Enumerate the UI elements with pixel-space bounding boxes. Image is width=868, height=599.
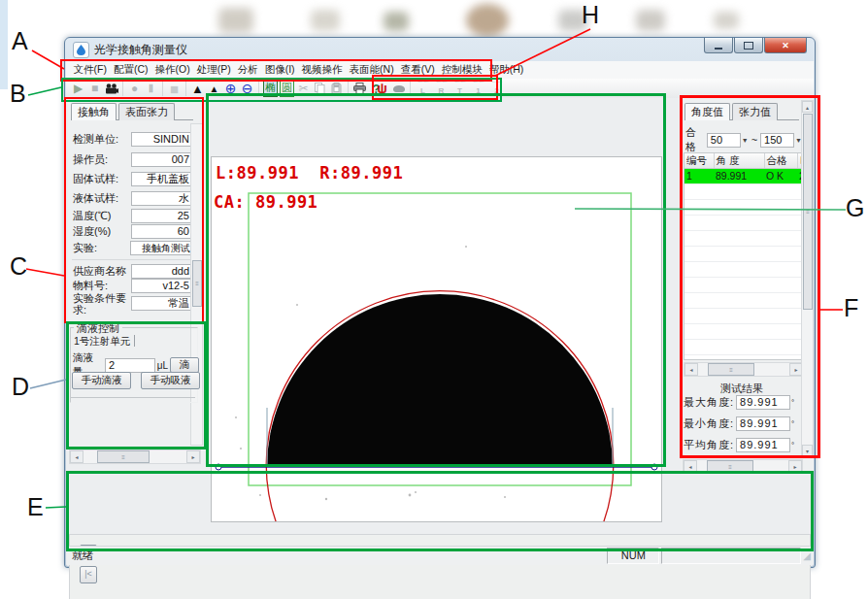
angle-one-tool[interactable]: ⌒⌒ 1	[470, 81, 486, 97]
minimize-button[interactable]	[704, 38, 733, 53]
material-no-field[interactable]: v12-5	[131, 279, 193, 293]
menu-help[interactable]: 帮助(H)	[485, 63, 527, 77]
table-header: 编号 角 度 合格 时	[684, 153, 803, 169]
play-button[interactable]: ▶	[71, 81, 85, 97]
table-row-empty	[684, 247, 803, 262]
degree-icon: °	[791, 419, 795, 428]
menu-control-module[interactable]: 控制模块	[438, 63, 485, 77]
stop-button[interactable]: ■	[87, 81, 102, 97]
status-bar: 就绪 NUM ◢	[67, 546, 813, 565]
zoom-in-icon[interactable]: ⊕	[223, 81, 238, 97]
solid-sample-field[interactable]: 手机盖板	[131, 172, 193, 186]
angle-left-tool[interactable]: ⌒⌒ L	[415, 81, 431, 97]
scroll-right-icon[interactable]: ▸	[186, 450, 200, 463]
max-angle-label: 最大角度:	[684, 395, 734, 410]
results-vscrollbar[interactable]: ▴ ≡ ▾	[801, 100, 814, 457]
record-button[interactable]: ●	[127, 81, 142, 97]
operator-field[interactable]: 007	[131, 152, 193, 167]
baseline-right-handle[interactable]	[651, 464, 657, 470]
menu-video[interactable]: 视频操作	[298, 63, 346, 77]
tab-surface-tension[interactable]: 表面张力	[118, 103, 175, 120]
step-back-button[interactable]: |<	[80, 566, 97, 583]
tab-angle-values[interactable]: 角度值	[684, 103, 730, 120]
menu-config[interactable]: 配置(C)	[110, 63, 151, 77]
temperature-field[interactable]: 25	[131, 209, 193, 223]
menu-process[interactable]: 处理(P)	[193, 63, 234, 77]
tab-contact-angle[interactable]: 接触角	[71, 103, 117, 120]
min-angle-row: 最小角度: 89.991 °	[684, 416, 795, 431]
injection-unit-tab[interactable]: 1号注射单元	[74, 335, 130, 349]
supplier-field[interactable]: ddd	[131, 264, 193, 279]
scroll-left-icon[interactable]: ◂	[684, 363, 698, 376]
drip-volume-input[interactable]: 2	[105, 358, 155, 373]
humidity-field[interactable]: 60	[131, 224, 193, 239]
desktop-edge	[0, 0, 8, 89]
maximize-button[interactable]	[734, 38, 763, 53]
manual-drip-button[interactable]: 手动滴液	[72, 372, 131, 389]
scrollbar-thumb[interactable]: ≡	[803, 114, 813, 310]
drip-control-title: 滴液控制	[74, 321, 122, 336]
menu-image[interactable]: 图像(I)	[261, 63, 298, 77]
scrollbar-thumb[interactable]: ≡	[708, 363, 754, 376]
tab-tension-values[interactable]: 张力值	[732, 103, 778, 120]
menu-surface-energy[interactable]: 表面能(N)	[346, 63, 397, 77]
scrollbar-thumb[interactable]: ≡	[192, 260, 202, 307]
scroll-up-icon[interactable]: ▴	[802, 101, 813, 113]
print-button[interactable]	[352, 81, 367, 97]
angle-top-tool[interactable]: ⌒⌒ T	[451, 81, 468, 97]
manual-measure-icon[interactable]: ψ	[375, 81, 389, 97]
toolbar: ▶ ■ ● Ⅱ ■ ▲ ▲ ⊕ ⊖ 椭 圆 ✂	[66, 79, 814, 99]
condition-field[interactable]: 常温	[131, 296, 193, 311]
status-num: NUM	[607, 548, 659, 564]
paste-button[interactable]	[329, 81, 344, 97]
pass-min-combo[interactable]: 50	[707, 133, 741, 148]
drip-button[interactable]: 滴液	[170, 357, 199, 373]
close-button[interactable]: ✕	[764, 38, 807, 53]
scroll-left-icon[interactable]: ◂	[70, 450, 83, 463]
table-row[interactable]: 1 89.991 O K 2	[684, 169, 803, 184]
drop-shape-icon[interactable]	[391, 81, 406, 97]
copy-button[interactable]	[313, 81, 327, 97]
tab-divider	[134, 335, 135, 347]
drop-tool-icon[interactable]: ▲	[207, 81, 221, 97]
table-hscrollbar[interactable]: ◂ ≡ ▸	[684, 362, 804, 377]
menu-analyze[interactable]: 分析	[234, 63, 261, 77]
pass-max-combo[interactable]: 150	[760, 133, 794, 148]
freeze-button[interactable]: ■	[167, 81, 182, 97]
angle-two-tool[interactable]: ⌒⌒ 2	[488, 81, 505, 97]
results-hscrollbar[interactable]: ◂ ≡ ▸	[683, 459, 803, 474]
combo-arrow-icon[interactable]: ▼	[742, 137, 749, 144]
drop-image-view[interactable]: L:89.991 R:89.991 CA: 89.991	[211, 156, 662, 522]
field-label: 固体试样:	[73, 172, 131, 186]
circle-fit-button[interactable]: 圆	[280, 81, 294, 97]
menu-operate[interactable]: 操作(O)	[151, 63, 193, 77]
menu-file[interactable]: 文件(F)	[70, 63, 110, 77]
detect-unit-field[interactable]: SINDIN	[131, 132, 193, 147]
liquid-sample-field[interactable]: 水	[131, 191, 193, 206]
manual-suck-button[interactable]: 手动吸液	[141, 372, 200, 389]
scrollbar-thumb[interactable]: ≡	[97, 450, 150, 463]
zoom-out-icon[interactable]: ⊖	[240, 81, 254, 97]
camera-button[interactable]	[104, 81, 118, 97]
scrollbar-thumb[interactable]: ≡	[707, 460, 753, 473]
left-panel-hscrollbar[interactable]: ◂ ≡ ▸	[69, 449, 201, 464]
scroll-left-icon[interactable]: ◂	[684, 460, 697, 473]
drop-blob-icon	[393, 85, 405, 92]
ellipse-fit-button[interactable]: 椭	[263, 81, 278, 97]
experiment-field[interactable]: 接触角测试	[130, 241, 195, 255]
scroll-right-icon[interactable]: ▸	[788, 460, 802, 473]
annotation-letter-b: B	[10, 80, 26, 108]
max-angle-row: 最大角度: 89.991 °	[684, 395, 795, 410]
baseline-left-handle[interactable]	[216, 464, 221, 470]
cut-button[interactable]: ✂	[296, 81, 311, 97]
baseline-tool-icon[interactable]: ▲	[190, 81, 205, 97]
menu-view[interactable]: 查看(V)	[397, 63, 438, 77]
desktop-icon-blur	[311, 10, 340, 31]
resize-grip-icon[interactable]: ◢	[803, 550, 811, 561]
angle-right-tool[interactable]: ⌒⌒ R	[433, 81, 450, 97]
scroll-down-icon[interactable]: ▾	[802, 445, 813, 456]
right-tabs: 角度值张力值	[684, 102, 799, 120]
pause-button[interactable]: Ⅱ	[144, 81, 158, 97]
annotation-letter-g: G	[846, 194, 864, 222]
desktop-icon-blur	[714, 12, 739, 29]
